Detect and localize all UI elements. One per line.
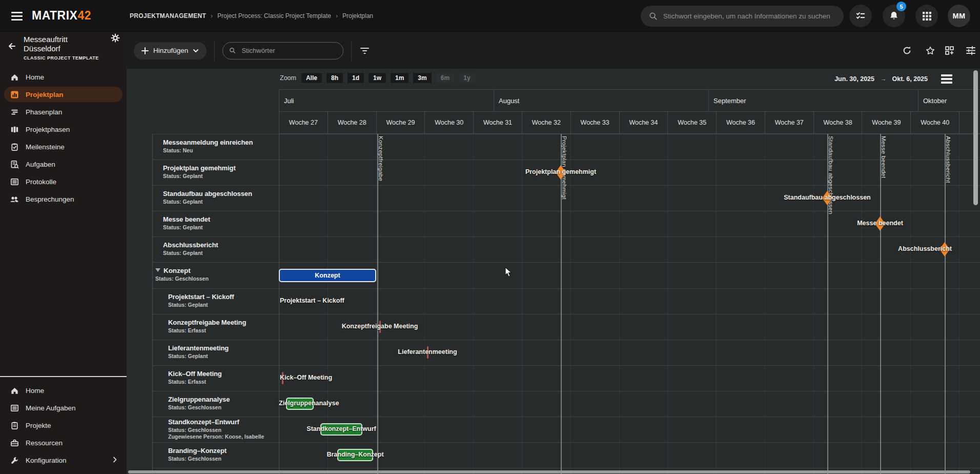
app-launcher-button[interactable] [915, 5, 938, 27]
task-row-11[interactable]: ZielgruppenanalyseStatus: Geschlossen [152, 391, 279, 417]
sidebar-item-label: Meine Aufgaben [26, 404, 76, 412]
task-row-2[interactable]: Projektplan gemehmigtStatus: Geplant [152, 160, 279, 185]
task-row-8[interactable]: Konzeptfreigabe MeetingStatus: Erfasst [152, 314, 279, 340]
horizontal-scrollbar[interactable] [128, 470, 970, 473]
chevron-down-icon [193, 48, 199, 54]
sidebar-item-label: Aufgaben [26, 161, 55, 168]
zoom-option-alle[interactable]: Alle [301, 73, 322, 83]
sidebar-item-konfiguration[interactable]: Konfiguration [0, 451, 127, 469]
task-status: Status: Geplant [168, 353, 277, 359]
week-header-29: Woche 29 [376, 112, 425, 134]
matrix42-app-window: MATRIX42 PROJEKTMANAGEMENT › Project Pro… [0, 0, 980, 474]
milestone-label: Projektplan gemehmigt [525, 168, 596, 175]
sidebar-item-meilensteine[interactable]: Meilensteine [0, 138, 127, 155]
task-status: Status: Geplant [163, 224, 277, 230]
collapse-triangle-icon[interactable] [155, 268, 160, 272]
breadcrumb-current[interactable]: Projektplan [342, 12, 373, 19]
sidebar-item-meine-aufgaben[interactable]: Meine Aufgaben [0, 399, 127, 417]
task-row-12[interactable]: Standkonzept–EntwurfStatus: GeschlossenZ… [152, 417, 279, 442]
home-icon [10, 386, 19, 395]
zoom-option-6m: 6m [436, 73, 454, 83]
favorite-star-icon[interactable] [925, 46, 935, 56]
table-chart-divider [279, 134, 279, 474]
task-row-3[interactable]: Standaufbau abgeschlossenStatus: Geplant [152, 185, 279, 211]
task-status: Status: Geschlossen [168, 404, 277, 410]
zoom-option-3m[interactable]: 3m [413, 73, 431, 83]
task-row-5[interactable]: AbschlussberichtStatus: Geplant [152, 236, 279, 262]
gantt-bar-konzept[interactable]: Konzept [279, 269, 376, 282]
zoom-option-1w[interactable]: 1w [369, 73, 386, 83]
phases-icon [10, 107, 19, 116]
tasks-checklist-button[interactable] [849, 5, 872, 27]
notifications-button[interactable]: 5 [883, 5, 905, 27]
month-header-september: September [708, 89, 918, 112]
sidebar-item-besprechungen[interactable]: Besprechungen [0, 190, 127, 208]
task-row-13[interactable]: Branding–KonzeptStatus: Geschlossen [152, 442, 279, 468]
sidebar-item-label: Besprechungen [26, 195, 74, 203]
zoom-controls: Zoom Alle8h1d1w1m3m6m1y [280, 73, 475, 83]
milestone-label: Abschlussbericht [898, 245, 952, 252]
sidebar-item-projektphasen[interactable]: Projektphasen [0, 121, 127, 138]
zoom-option-1d[interactable]: 1d [348, 73, 364, 83]
task-row-4[interactable]: Messe beendetStatus: Geplant [152, 211, 279, 236]
task-bar-label: Zielgruppenanalyse [279, 400, 339, 407]
back-arrow-icon[interactable] [7, 41, 17, 51]
task-row-9[interactable]: LieferantenmeetingStatus: Geplant [152, 340, 279, 365]
task-row-1[interactable]: Messeanmeldung einreichenStatus: Neu [152, 134, 279, 160]
bell-icon [889, 11, 899, 21]
milestone-label: Messe beendet [857, 220, 903, 227]
task-title: Branding–Konzept [168, 447, 277, 455]
zoom-option-8h[interactable]: 8h [326, 73, 343, 83]
listsearch-icon [10, 160, 19, 169]
milestone-line [880, 134, 881, 474]
user-avatar[interactable]: MM [948, 5, 970, 27]
task-bar-label: Standkonzept–Entwurf [307, 425, 376, 432]
sidebar-item-label: Phasenplan [26, 108, 62, 116]
sidebar-item-projektplan[interactable]: Projektplan [0, 86, 127, 103]
refresh-icon[interactable] [902, 46, 912, 55]
gear-icon[interactable] [111, 33, 120, 43]
task-status: Status: Neu [163, 147, 277, 153]
task-row-10[interactable]: Kick–Off MeetingStatus: Erfasst [152, 365, 279, 391]
arrow-right-icon: → [880, 75, 887, 83]
global-search-input[interactable]: Stichwort eingeben, um nach Informatione… [641, 6, 844, 27]
task-row-7[interactable]: Projektstart – KickoffStatus: Geplant [152, 288, 279, 314]
view-settings-icon[interactable] [966, 46, 976, 55]
keyword-search-input[interactable] [240, 46, 337, 55]
keyword-search-field[interactable] [222, 42, 343, 60]
sidebar-item-ressourcen[interactable]: Ressourcen [0, 434, 127, 451]
task-title: Kick–Off Meeting [168, 370, 277, 378]
week-header-36: Woche 36 [716, 112, 765, 134]
breadcrumb-workspace[interactable]: PROJEKTMANAGEMENT [130, 12, 206, 19]
notification-count-badge: 5 [896, 2, 906, 11]
milestone-line [377, 134, 378, 474]
main-menu-icon[interactable] [11, 12, 23, 21]
search-icon [229, 47, 236, 54]
chart-icon [10, 90, 19, 99]
zoom-option-1m[interactable]: 1m [391, 73, 409, 83]
sidebar-item-projekte[interactable]: Projekte [0, 417, 127, 434]
zoom-label: Zoom [280, 74, 296, 82]
sidebar-main-nav: HomeProjektplanPhasenplanProjektphasenMe… [0, 68, 127, 208]
week-header-30: Woche 30 [424, 112, 473, 134]
sidebar-item-protokolle[interactable]: Protokolle [0, 173, 127, 190]
sidebar-item-aufgaben[interactable]: Aufgaben [0, 155, 127, 173]
task-row-6[interactable]: KonzeptStatus: Geschlossen [152, 262, 279, 288]
sidebar-item-home[interactable]: Home [0, 68, 127, 86]
add-button[interactable]: Hinzufügen [134, 42, 207, 60]
sidebar-item-home[interactable]: Home [0, 382, 127, 399]
chevron-right-icon: › [336, 12, 338, 19]
add-widget-icon[interactable] [945, 46, 954, 55]
task-bar-label: Projektstart – Kickoff [280, 297, 344, 304]
gantt-menu-icon[interactable] [941, 74, 952, 84]
date-range[interactable]: Jun. 30, 2025 → Okt. 6, 2025 [834, 75, 928, 83]
task-status: Status: Geplant [163, 250, 277, 256]
sidebar-item-phasenplan[interactable]: Phasenplan [0, 103, 127, 121]
vertical-scrollbar[interactable] [973, 70, 978, 205]
filter-icon[interactable] [359, 46, 370, 55]
sidebar-item-label: Projektplan [26, 91, 64, 98]
apps-grid-icon [922, 11, 932, 21]
breadcrumb-process[interactable]: Project Process: Classic Project Templat… [217, 12, 331, 19]
sidebar-item-label: Home [26, 73, 44, 81]
sidebar-item-label: Meilensteine [26, 143, 65, 151]
